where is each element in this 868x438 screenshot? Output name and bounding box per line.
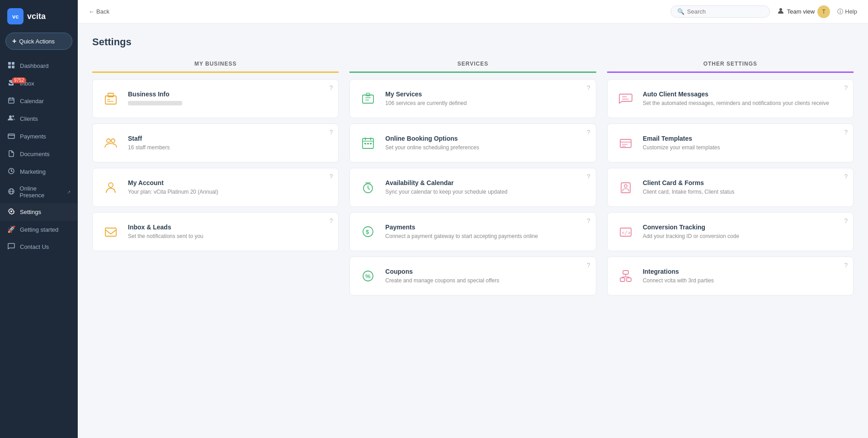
sidebar-nav: Dashboard Inbox 9752 Calendar Clients	[0, 57, 78, 438]
client-card-forms-help-icon[interactable]: ?	[844, 173, 848, 180]
logo-text: vcita	[27, 12, 46, 21]
integrations-text: Integrations Connect vcita with 3rd part…	[643, 268, 846, 285]
sidebar-item-documents[interactable]: Documents	[0, 145, 78, 163]
team-view-button[interactable]: Team view T	[777, 5, 830, 18]
search-box: 🔍	[670, 5, 770, 18]
back-button[interactable]: ← Back	[89, 8, 109, 15]
documents-icon	[7, 150, 15, 158]
staff-card[interactable]: Staff 16 staff members ?	[92, 124, 339, 162]
my-services-help-icon[interactable]: ?	[587, 84, 590, 91]
services-section: SERVICES My Servi	[349, 61, 596, 295]
coupons-icon: %	[357, 265, 379, 287]
help-button[interactable]: ⓘ Help	[837, 8, 857, 16]
other-settings-section: OTHER SETTINGS Auto Client Message	[607, 61, 854, 295]
sidebar-item-clients-label: Clients	[20, 115, 38, 122]
page-content: Settings MY BUSINESS	[78, 24, 868, 438]
sidebar-item-calendar-label: Calendar	[20, 98, 44, 105]
sidebar-item-settings[interactable]: Settings	[0, 203, 78, 221]
sidebar-item-getting-started-label: Getting started	[20, 226, 58, 233]
svg-point-50	[624, 185, 627, 187]
business-info-icon	[100, 88, 122, 110]
availability-calendar-text: Availability & Calendar Sync your calend…	[385, 179, 588, 196]
online-booking-help-icon[interactable]: ?	[587, 129, 590, 136]
payments-text: Payments Connect a payment gateway to st…	[385, 224, 588, 240]
my-account-text: My Account Your plan: vCita Platinum 20 …	[128, 179, 331, 196]
quick-actions-label: Quick Actions	[19, 38, 55, 45]
conversion-tracking-card[interactable]: </> Conversion Tracking Add your trackin…	[607, 212, 854, 251]
other-settings-cards: Auto Client Messages Set the automated m…	[607, 79, 854, 295]
inbox-leads-desc: Set the notifications sent to you	[128, 233, 331, 240]
sidebar: vc vcita + Quick Actions Dashboard Inbox…	[0, 0, 78, 438]
sidebar-item-payments[interactable]: Payments	[0, 128, 78, 145]
sidebar-item-contact-us[interactable]: Contact Us	[0, 238, 78, 256]
payments-help-icon[interactable]: ?	[587, 217, 590, 224]
search-icon: 🔍	[677, 8, 684, 15]
logo-icon: vc	[7, 8, 24, 24]
inbox-leads-help-icon[interactable]: ?	[330, 217, 333, 224]
sidebar-item-contact-us-label: Contact Us	[20, 243, 49, 250]
integrations-help-icon[interactable]: ?	[844, 262, 848, 269]
getting-started-icon: 🚀	[7, 225, 15, 233]
svg-point-24	[111, 139, 115, 143]
staff-title: Staff	[128, 135, 331, 142]
integrations-card[interactable]: Integrations Connect vcita with 3rd part…	[607, 257, 854, 295]
inbox-leads-card[interactable]: Inbox & Leads Set the notifications sent…	[92, 212, 339, 251]
coupons-card[interactable]: % Coupons Create and manage coupons and …	[349, 257, 596, 295]
coupons-help-icon[interactable]: ?	[587, 262, 590, 269]
svg-rect-5	[12, 66, 14, 68]
svg-point-18	[779, 8, 782, 11]
availability-calendar-card[interactable]: Availability & Calendar Sync your calend…	[349, 168, 596, 207]
sidebar-item-inbox[interactable]: Inbox 9752	[0, 75, 78, 92]
sidebar-item-payments-label: Payments	[20, 133, 46, 140]
sidebar-item-clients[interactable]: Clients	[0, 110, 78, 128]
sidebar-item-online-presence[interactable]: Online Presence ↗	[0, 181, 78, 203]
payments-card[interactable]: $ Payments Connect a payment gateway to …	[349, 212, 596, 251]
svg-rect-36	[367, 143, 369, 144]
svg-point-10	[9, 115, 12, 118]
inbox-badge: 9752	[12, 77, 26, 83]
conversion-tracking-help-icon[interactable]: ?	[844, 217, 848, 224]
svg-rect-54	[620, 278, 625, 281]
email-templates-desc: Customize your email templates	[643, 144, 846, 152]
staff-help-icon[interactable]: ?	[330, 129, 333, 136]
integrations-title: Integrations	[643, 268, 846, 275]
client-card-forms-card[interactable]: Client Card & Forms Client card, Intake …	[607, 168, 854, 207]
availability-calendar-icon	[357, 176, 379, 198]
my-services-card[interactable]: My Services 106 services are currently d…	[349, 79, 596, 118]
online-booking-desc: Set your online scheduling preferences	[385, 144, 588, 152]
services-header: SERVICES	[349, 61, 596, 73]
search-input[interactable]	[687, 8, 760, 15]
integrations-desc: Connect vcita with 3rd parties	[643, 277, 846, 285]
business-info-card[interactable]: Business Info ?	[92, 79, 339, 118]
availability-calendar-help-icon[interactable]: ?	[587, 173, 590, 180]
sidebar-item-getting-started[interactable]: 🚀 Getting started	[0, 221, 78, 238]
online-booking-card[interactable]: Online Booking Options Set your online s…	[349, 124, 596, 162]
email-templates-icon	[615, 132, 637, 154]
my-services-desc: 106 services are currently defined	[385, 100, 588, 107]
auto-client-messages-help-icon[interactable]: ?	[844, 84, 848, 91]
user-icon	[777, 7, 784, 16]
email-templates-card[interactable]: Email Templates Customize your email tem…	[607, 124, 854, 162]
business-info-help-icon[interactable]: ?	[330, 84, 333, 91]
my-services-text: My Services 106 services are currently d…	[385, 90, 588, 107]
quick-actions-button[interactable]: + Quick Actions	[5, 33, 72, 50]
inbox-leads-icon	[100, 221, 122, 243]
marketing-icon	[7, 167, 15, 176]
my-services-title: My Services	[385, 90, 588, 98]
svg-point-25	[108, 183, 113, 187]
my-business-header: MY BUSINESS	[92, 61, 339, 73]
my-account-card[interactable]: My Account Your plan: vCita Platinum 20 …	[92, 168, 339, 207]
page-title: Settings	[92, 36, 854, 48]
external-link-icon: ↗	[67, 190, 71, 195]
sidebar-item-marketing[interactable]: Marketing	[0, 163, 78, 181]
svg-rect-37	[370, 143, 372, 144]
email-templates-help-icon[interactable]: ?	[844, 129, 848, 136]
svg-point-11	[12, 115, 14, 117]
auto-client-messages-card[interactable]: Auto Client Messages Set the automated m…	[607, 79, 854, 118]
my-account-help-icon[interactable]: ?	[330, 173, 333, 180]
client-card-forms-text: Client Card & Forms Client card, Intake …	[643, 179, 846, 196]
sidebar-item-dashboard[interactable]: Dashboard	[0, 57, 78, 75]
conversion-tracking-text: Conversion Tracking Add your tracking ID…	[643, 224, 846, 240]
sidebar-item-calendar[interactable]: Calendar	[0, 92, 78, 110]
sidebar-item-dashboard-label: Dashboard	[20, 62, 49, 69]
